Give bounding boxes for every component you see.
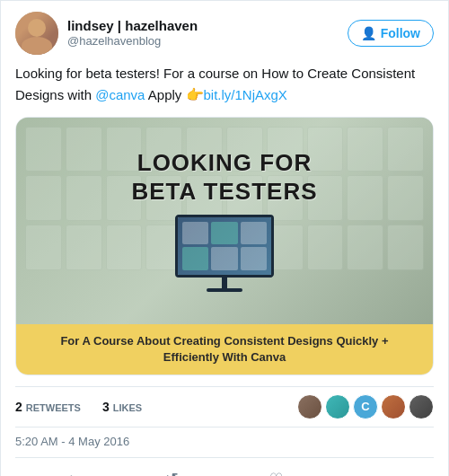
screen-tile-1 — [182, 222, 208, 245]
tweet-header: lindsey | hazelhaven @hazelhavenblog 👤 F… — [15, 12, 434, 55]
media-image: LOOKING FOR BETA TESTERS — [16, 118, 433, 324]
liker-avatar-4[interactable] — [381, 394, 406, 419]
media-card[interactable]: LOOKING FOR BETA TESTERS — [15, 117, 434, 375]
user-names: lindsey | hazelhaven @hazelhavenblog — [67, 17, 198, 49]
tweet-text: Looking for beta testers! For a course o… — [15, 64, 434, 106]
follow-button[interactable]: 👤 Follow — [348, 20, 434, 47]
liker-avatar-5[interactable] — [409, 394, 434, 419]
tweet-stats: 2 RETWEETS 3 LIKES C — [15, 386, 434, 428]
follow-label: Follow — [381, 26, 420, 40]
media-banner-text: For A Course About Creating Consistent D… — [60, 334, 388, 364]
tweet-emoji: 👉 — [186, 87, 204, 102]
monitor-graphic — [175, 215, 274, 292]
headline-line1: LOOKING FOR — [131, 149, 317, 177]
monitor-display — [178, 217, 271, 275]
likes-label: LIKES — [113, 402, 142, 413]
screen-tile-5 — [211, 247, 237, 270]
monitor-base — [207, 288, 242, 292]
media-banner: For A Course About Creating Consistent D… — [16, 324, 433, 375]
screen-name[interactable]: @hazelhavenblog — [67, 34, 198, 49]
retweets-stat[interactable]: 2 RETWEETS — [15, 400, 81, 414]
avatar[interactable] — [15, 12, 58, 55]
like-button[interactable]: ♡ — [262, 466, 290, 476]
user-info: lindsey | hazelhaven @hazelhavenblog — [15, 12, 198, 55]
reply-icon: ↩ — [61, 470, 74, 476]
retweets-count: 2 — [15, 400, 22, 414]
screen-tile-4 — [182, 247, 208, 270]
display-name: lindsey | hazelhaven — [67, 17, 198, 35]
headline-box: LOOKING FOR BETA TESTERS — [131, 149, 317, 205]
liker-avatar-2[interactable] — [325, 394, 350, 419]
tweet-link[interactable]: bit.ly/1NjAxgX — [204, 87, 287, 102]
monitor-stand — [222, 278, 227, 288]
retweet-icon: ↺ — [164, 469, 179, 476]
likes-stat[interactable]: 3 LIKES — [102, 400, 142, 414]
retweets-label: RETWEETS — [26, 402, 81, 413]
tweet-timestamp: 5:20 AM - 4 May 2016 — [15, 435, 434, 448]
liker-avatar-1[interactable] — [297, 394, 322, 419]
more-button[interactable]: ••• — [367, 469, 396, 476]
headline-line2: BETA TESTERS — [131, 178, 317, 206]
liker-avatar-3[interactable]: C — [353, 394, 378, 419]
like-icon: ♡ — [269, 470, 283, 476]
monitor-screen-frame — [175, 215, 274, 278]
more-icon: ••• — [374, 472, 389, 476]
tweet-card: lindsey | hazelhaven @hazelhavenblog 👤 F… — [1, 1, 448, 476]
screen-tile-6 — [241, 247, 267, 270]
reply-button[interactable]: ↩ — [54, 466, 81, 476]
screen-tile-2 — [211, 222, 237, 245]
follow-person-icon: 👤 — [361, 26, 376, 40]
retweet-button[interactable]: ↺ — [157, 465, 186, 476]
action-bar: ↩ ↺ ♡ ••• — [15, 457, 434, 476]
screen-tile-3 — [241, 222, 267, 245]
liker-avatars: C — [297, 394, 434, 419]
likes-count: 3 — [102, 400, 110, 414]
tweet-text-after-mention: Apply — [145, 87, 185, 102]
tweet-mention[interactable]: @canva — [95, 87, 145, 102]
